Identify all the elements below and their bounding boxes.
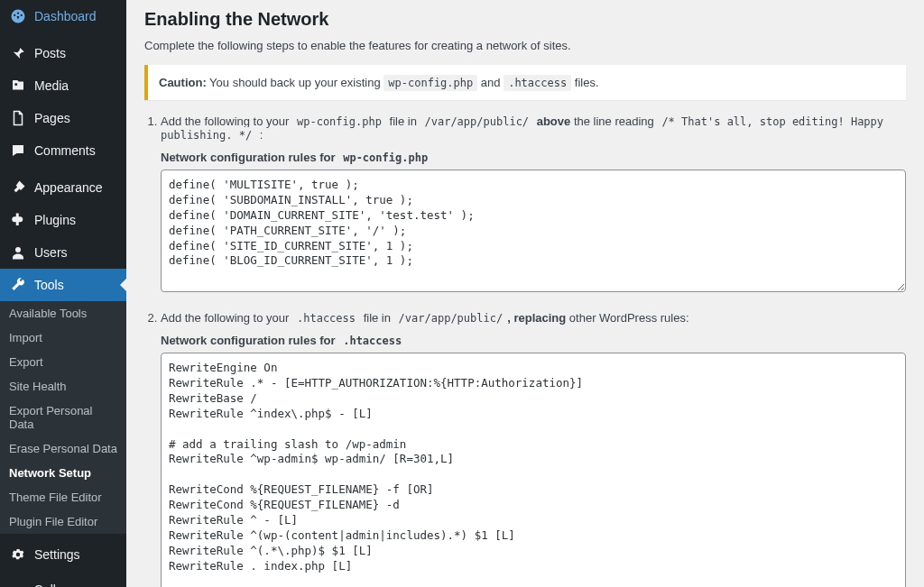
submenu-item-export-personal[interactable]: Export Personal Data — [0, 399, 126, 436]
wrench-icon — [9, 276, 27, 294]
step-2: Add the following to your .htaccess file… — [161, 311, 906, 587]
sidebar-item-users[interactable]: Users — [0, 236, 126, 269]
steps-list: Add the following to your wp-config.php … — [144, 115, 906, 587]
submenu-item-network-setup[interactable]: Network Setup — [0, 461, 126, 485]
sidebar-item-label: Plugins — [34, 213, 76, 227]
code-htaccess: .htaccess — [504, 75, 571, 91]
settings-icon — [9, 546, 27, 564]
submenu-item-theme-file-editor[interactable]: Theme File Editor — [0, 485, 126, 509]
step1-prefix: Add the following to your — [161, 115, 292, 128]
comment-icon — [9, 142, 27, 160]
sidebar-item-label: Settings — [34, 547, 80, 562]
caution-notice: Caution: You should back up your existin… — [144, 65, 906, 100]
media-icon — [9, 77, 27, 95]
intro-text: Complete the following steps to enable t… — [144, 39, 906, 52]
caution-label: Caution: — [159, 76, 207, 89]
tools-submenu: Available Tools Import Export Site Healt… — [0, 301, 126, 534]
sidebar-item-label: Appearance — [34, 180, 103, 195]
sidebar-item-plugins[interactable]: Plugins — [0, 204, 126, 236]
step2-tail: other WordPress rules: — [566, 311, 688, 325]
sidebar-item-media[interactable]: Media — [0, 69, 126, 102]
sidebar-item-label: Collapse menu — [34, 582, 117, 587]
brush-icon — [9, 179, 27, 197]
pin-icon — [9, 44, 27, 62]
sidebar-item-label: Comments — [34, 143, 96, 158]
sidebar-item-comments[interactable]: Comments — [0, 134, 126, 167]
code-path: /var/app/public/ — [394, 310, 508, 326]
step2-replacing: , replacing — [507, 311, 566, 325]
sidebar-item-label: Media — [34, 78, 69, 93]
submenu-item-plugin-file-editor[interactable]: Plugin File Editor — [0, 509, 126, 534]
code-path: /var/app/public/ — [420, 114, 533, 130]
step1-colon: : — [256, 128, 263, 142]
code-htaccess: .htaccess — [292, 310, 360, 326]
code-htaccess: .htaccess — [338, 333, 406, 349]
rules1-label: Network configuration rules for wp-confi… — [161, 151, 906, 164]
sidebar-item-posts[interactable]: Posts — [0, 37, 126, 69]
submenu-item-available-tools[interactable]: Available Tools — [0, 301, 126, 326]
sidebar-item-appearance[interactable]: Appearance — [0, 171, 126, 204]
code-wpconfig: wp-config.php — [338, 150, 432, 166]
htaccess-rules-textarea[interactable] — [161, 353, 906, 587]
user-icon — [9, 243, 27, 261]
sidebar-item-pages[interactable]: Pages — [0, 102, 126, 134]
code-wpconfig: wp-config.php — [292, 114, 386, 130]
caution-text-2: files. — [571, 76, 598, 89]
dashboard-icon — [9, 7, 27, 25]
caution-and: and — [477, 76, 504, 89]
code-wpconfig: wp-config.php — [383, 75, 477, 91]
rules2-label: Network configuration rules for .htacces… — [161, 334, 906, 347]
submenu-item-site-health[interactable]: Site Health — [0, 374, 126, 399]
step-1: Add the following to your wp-config.php … — [161, 115, 906, 295]
page-title: Enabling the Network — [144, 9, 906, 30]
sidebar-item-label: Posts — [34, 46, 66, 60]
sidebar-item-label: Users — [34, 245, 68, 260]
sidebar-item-label: Pages — [34, 111, 70, 125]
sidebar-item-dashboard[interactable]: Dashboard — [0, 0, 126, 32]
sidebar-item-label: Dashboard — [34, 9, 97, 23]
step2-mid: file in — [360, 311, 394, 325]
submenu-item-export[interactable]: Export — [0, 350, 126, 374]
main-content: Enabling the Network Complete the follow… — [126, 0, 924, 587]
step2-prefix: Add the following to your — [161, 311, 292, 325]
page-icon — [9, 109, 27, 127]
plugin-icon — [9, 211, 27, 229]
step1-mid: file in — [386, 115, 420, 128]
wpconfig-rules-textarea[interactable] — [161, 170, 906, 292]
sidebar-item-settings[interactable]: Settings — [0, 538, 126, 571]
caution-text-1: You should back up your existing — [207, 76, 384, 89]
step1-above: above — [533, 115, 570, 128]
submenu-item-import[interactable]: Import — [0, 326, 126, 350]
submenu-item-erase-personal[interactable]: Erase Personal Data — [0, 436, 126, 461]
sidebar-item-tools[interactable]: Tools — [0, 269, 126, 301]
step1-line: the line reading — [570, 115, 657, 128]
admin-sidebar: Dashboard Posts Media Pages Comments App… — [0, 0, 126, 587]
sidebar-item-collapse[interactable]: Collapse menu — [0, 575, 126, 587]
sidebar-item-label: Tools — [34, 278, 64, 292]
